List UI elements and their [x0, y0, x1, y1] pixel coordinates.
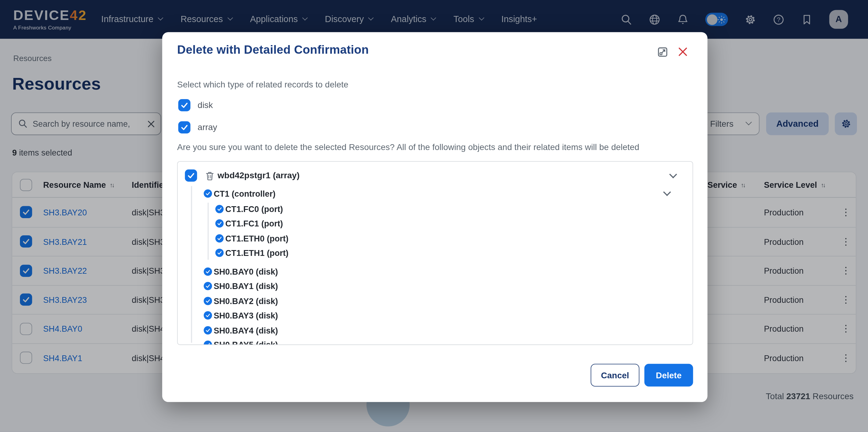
modal-title: Delete with Detailed Confirmation — [177, 43, 369, 57]
tree-item: CT1.FC1 (port) — [185, 216, 692, 231]
record-type-option: disk — [178, 99, 217, 112]
trash-icon — [206, 171, 214, 180]
tree-item: SH0.BAY2 (disk) — [185, 294, 692, 308]
chevron-down-icon[interactable] — [663, 188, 671, 196]
type-checkbox[interactable] — [178, 121, 190, 133]
tree-item: SH0.BAY0 (disk) — [185, 264, 692, 279]
confirmation-message: Are you sure you want to delete the sele… — [177, 142, 698, 152]
checked-circle-icon — [204, 326, 212, 334]
checked-circle-icon — [204, 282, 212, 290]
delete-button[interactable]: Delete — [644, 364, 693, 387]
related-objects-tree: wbd42pstgr1 (array) CT1 (controller) CT1… — [177, 161, 693, 345]
type-label: disk — [197, 100, 213, 110]
checked-circle-icon — [204, 311, 212, 320]
modal-subtitle: Select which type of related records to … — [177, 80, 348, 90]
tree-item: CT1.ETH0 (port) — [185, 231, 692, 246]
tree-item: SH0.BAY1 (disk) — [185, 279, 692, 294]
checked-circle-icon — [215, 234, 224, 242]
type-label: array — [197, 122, 217, 132]
checked-circle-icon — [215, 219, 224, 228]
checked-circle-icon — [204, 341, 212, 345]
tree-item: CT1.FC0 (port) — [185, 202, 692, 216]
record-type-checkboxes: disk array — [178, 99, 217, 133]
delete-confirmation-modal: Delete with Detailed Confirmation Select… — [162, 32, 708, 402]
chevron-down-icon[interactable] — [669, 171, 677, 179]
tree-item: SH0.BAY3 (disk) — [185, 308, 692, 323]
checked-circle-icon — [204, 267, 212, 276]
cancel-button[interactable]: Cancel — [591, 364, 640, 387]
checked-circle-icon — [204, 297, 212, 305]
screen: DEVICE42 A Freshworks Company Infrastruc… — [0, 0, 868, 432]
modal-footer: Cancel Delete — [591, 364, 693, 387]
tree-root-label: wbd42pstgr1 (array) — [217, 171, 299, 180]
tree-root-row: wbd42pstgr1 (array) — [185, 166, 692, 185]
close-icon[interactable] — [678, 47, 688, 57]
checked-circle-icon — [215, 205, 224, 213]
checked-circle-icon — [215, 249, 224, 257]
tree-item: CT1.ETH1 (port) — [185, 245, 692, 260]
tree-items: CT1 (controller) CT1.FC0 (port) CT1.FC1 … — [185, 185, 692, 345]
type-checkbox[interactable] — [178, 99, 190, 112]
expand-modal-icon[interactable] — [658, 47, 668, 57]
tree-item: SH0.BAY4 (disk) — [185, 323, 692, 338]
tree-item: CT1 (controller) — [185, 185, 692, 202]
record-type-option: array — [178, 121, 217, 133]
checked-circle-icon — [204, 189, 212, 197]
tree-root-checkbox[interactable] — [185, 169, 197, 182]
tree-item: SH0.BAY5 (disk) — [185, 338, 692, 345]
